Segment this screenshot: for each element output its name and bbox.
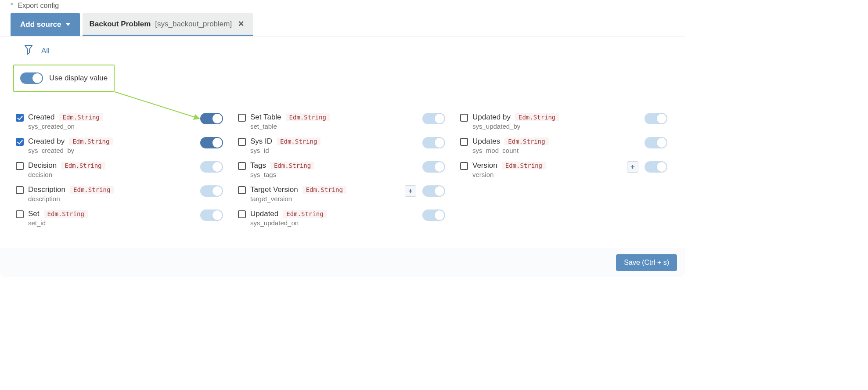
field-display-value-toggle[interactable] — [200, 209, 223, 221]
field-main: DecisionEdm.Stringdecision — [28, 161, 196, 178]
field-label: Description — [28, 185, 65, 194]
field-technical-name: description — [28, 195, 196, 202]
field-main: VersionEdm.Stringversion — [472, 161, 623, 178]
field-column: Set TableEdm.Stringset_tableSys IDEdm.St… — [238, 109, 447, 230]
field-technical-name: sys_tags — [250, 171, 418, 178]
field-label: Created — [28, 113, 54, 122]
field-technical-name: sys_created_on — [28, 123, 196, 130]
filter-icon[interactable] — [25, 45, 32, 57]
row-right — [422, 209, 447, 221]
expand-button[interactable]: + — [405, 185, 416, 197]
field-label: Tags — [250, 161, 266, 170]
type-badge: Edm.String — [283, 210, 327, 218]
field-label: Decision — [28, 161, 57, 170]
type-badge: Edm.String — [61, 162, 105, 170]
filter-row: All — [0, 36, 685, 65]
field-row: DescriptionEdm.Stringdescription — [16, 182, 225, 206]
field-checkbox[interactable] — [460, 114, 468, 122]
row-right — [422, 137, 447, 148]
field-technical-name: sys_id — [250, 147, 418, 154]
field-row: UpdatesEdm.Stringsys_mod_count — [460, 134, 669, 158]
field-display-value-toggle[interactable] — [645, 137, 667, 148]
close-icon[interactable]: ✕ — [236, 19, 246, 29]
type-badge: Edm.String — [70, 186, 114, 194]
field-row: Created byEdm.Stringsys_created_by — [16, 134, 225, 158]
field-display-value-toggle[interactable] — [645, 113, 667, 124]
tab-tech-name: [sys_backout_problem] — [155, 20, 232, 29]
type-badge: Edm.String — [270, 162, 314, 170]
tab-name: Backout Problem — [90, 20, 151, 29]
field-display-value-toggle[interactable] — [422, 137, 445, 148]
field-column: CreatedEdm.Stringsys_created_onCreated b… — [16, 109, 225, 230]
field-checkbox[interactable] — [16, 210, 24, 218]
field-checkbox[interactable] — [16, 186, 24, 194]
field-technical-name: sys_mod_count — [472, 147, 640, 154]
field-main: SetEdm.Stringset_id — [28, 209, 196, 227]
row-right: + — [627, 161, 669, 173]
field-checkbox[interactable] — [238, 138, 246, 146]
use-display-value-toggle[interactable] — [20, 72, 43, 84]
field-checkbox[interactable] — [16, 114, 24, 122]
field-main: Target VersionEdm.Stringtarget_version — [250, 185, 400, 202]
field-display-value-toggle[interactable] — [422, 209, 445, 221]
field-technical-name: sys_created_by — [28, 147, 196, 154]
field-checkbox[interactable] — [460, 162, 468, 170]
field-columns: CreatedEdm.Stringsys_created_onCreated b… — [0, 109, 685, 248]
field-label: Sys ID — [250, 137, 272, 146]
caret-down-icon — [66, 23, 70, 26]
field-checkbox[interactable] — [460, 138, 468, 146]
field-main: Updated byEdm.Stringsys_updated_by — [472, 113, 640, 130]
field-display-value-toggle[interactable] — [200, 161, 223, 173]
field-row: CreatedEdm.Stringsys_created_on — [16, 109, 225, 134]
tab-row: Add source Backout Problem [sys_backout_… — [0, 13, 685, 36]
field-checkbox[interactable] — [16, 162, 24, 170]
field-label: Set Table — [250, 113, 281, 122]
section-label: * Export config — [0, 0, 685, 13]
use-display-value-label: Use display value — [49, 74, 108, 83]
field-checkbox[interactable] — [16, 138, 24, 146]
field-checkbox[interactable] — [238, 186, 246, 194]
field-display-value-toggle[interactable] — [200, 137, 223, 148]
field-technical-name: target_version — [250, 195, 400, 202]
save-button[interactable]: Save (Ctrl + s) — [616, 254, 677, 271]
type-badge: Edm.String — [286, 113, 330, 121]
type-badge: Edm.String — [44, 210, 88, 218]
field-display-value-toggle[interactable] — [422, 185, 445, 197]
field-row: Updated byEdm.Stringsys_updated_by — [460, 109, 669, 134]
field-checkbox[interactable] — [238, 162, 246, 170]
row-right — [200, 137, 225, 148]
field-checkbox[interactable] — [238, 114, 246, 122]
field-display-value-toggle[interactable] — [422, 161, 445, 173]
add-source-button[interactable]: Add source — [11, 13, 80, 36]
row-right — [200, 113, 225, 124]
field-technical-name: decision — [28, 171, 196, 178]
type-badge: Edm.String — [515, 113, 559, 121]
field-display-value-toggle[interactable] — [422, 113, 445, 124]
field-main: UpdatedEdm.Stringsys_updated_on — [250, 209, 418, 227]
filter-all-link[interactable]: All — [41, 47, 50, 55]
field-row: Set TableEdm.Stringset_table — [238, 109, 447, 134]
field-label: Updated by — [472, 113, 511, 122]
field-row: TagsEdm.Stringsys_tags — [238, 158, 447, 182]
type-badge: Edm.String — [277, 137, 321, 145]
tab-backout-problem[interactable]: Backout Problem [sys_backout_problem] ✕ — [83, 13, 253, 36]
field-main: TagsEdm.Stringsys_tags — [250, 161, 418, 178]
section-label-text: Export config — [18, 2, 59, 9]
field-column: Updated byEdm.Stringsys_updated_byUpdate… — [460, 109, 669, 230]
field-display-value-toggle[interactable] — [200, 113, 223, 124]
field-display-value-toggle[interactable] — [645, 161, 667, 173]
field-main: Sys IDEdm.Stringsys_id — [250, 137, 418, 154]
field-display-value-toggle[interactable] — [200, 185, 223, 197]
type-badge: Edm.String — [69, 137, 113, 145]
type-badge: Edm.String — [504, 137, 548, 145]
field-label: Set — [28, 209, 40, 218]
row-right — [645, 137, 669, 148]
field-technical-name: sys_updated_on — [250, 219, 418, 227]
expand-button[interactable]: + — [627, 161, 638, 173]
field-checkbox[interactable] — [238, 210, 246, 218]
field-main: Created byEdm.Stringsys_created_by — [28, 137, 196, 154]
type-badge: Edm.String — [59, 113, 103, 121]
type-badge: Edm.String — [303, 186, 346, 194]
add-source-label: Add source — [20, 20, 61, 29]
row-right — [200, 209, 225, 221]
